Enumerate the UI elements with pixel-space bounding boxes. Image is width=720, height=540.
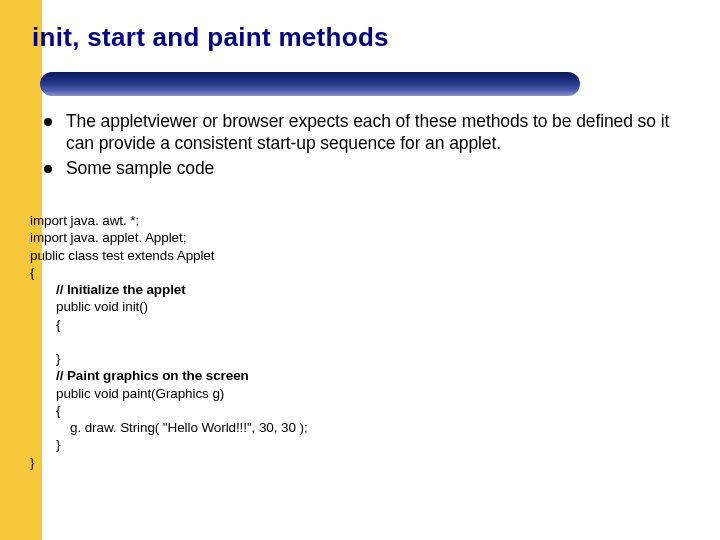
list-item: Some sample code <box>44 157 694 179</box>
title-underline-bar <box>40 72 580 96</box>
slide-title: init, start and paint methods <box>32 22 389 53</box>
code-line: { <box>30 402 690 419</box>
bullet-text: The appletviewer or browser expects each… <box>66 110 694 155</box>
code-line: // Initialize the applet <box>30 281 690 298</box>
code-line: } <box>30 436 690 453</box>
slide: init, start and paint methods The applet… <box>0 0 720 540</box>
code-line: } <box>30 350 690 367</box>
code-line: import java. awt. *; <box>30 213 139 228</box>
code-line: // Paint graphics on the screen <box>30 367 690 384</box>
bullet-text: Some sample code <box>66 157 214 179</box>
code-line: import java. applet. Applet; <box>30 230 186 245</box>
bullet-list: The appletviewer or browser expects each… <box>44 110 694 181</box>
code-line: { <box>30 265 34 280</box>
bullet-icon <box>44 165 52 173</box>
list-item: The appletviewer or browser expects each… <box>44 110 694 155</box>
code-block: import java. awt. *; import java. applet… <box>30 212 690 471</box>
code-line: public void init() <box>30 298 690 315</box>
code-line: } <box>30 455 34 470</box>
code-line: public void paint(Graphics g) <box>30 385 690 402</box>
bullet-icon <box>44 118 52 126</box>
code-line: g. draw. String( "Hello World!!!", 30, 3… <box>30 419 690 436</box>
code-line: public class test extends Applet <box>30 248 214 263</box>
code-line: { <box>30 316 690 333</box>
